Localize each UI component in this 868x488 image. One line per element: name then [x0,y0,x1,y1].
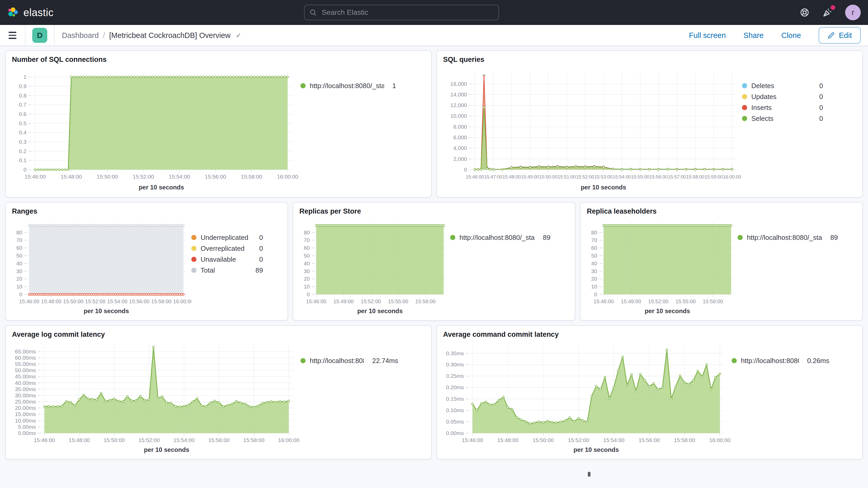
help-icon[interactable] [799,7,810,18]
legend-item[interactable]: http://localhost:8080/_stat...1 [301,80,396,91]
legend-item[interactable]: Overreplicated0 [191,243,263,254]
y-axis-tick-label: 0 [594,291,597,297]
chart-log-commit-latency[interactable]: 15:46:0015:48:0015:50:0015:52:0015:54:00… [7,340,301,455]
legend-item[interactable]: http://localhost:8080/_sta...89 [738,232,838,243]
x-axis-tick-label: 15:49:00 [334,299,354,304]
data-point-marker [182,293,184,295]
panel-sql-connections: Number of SQL connections 15:46:0015:48:… [5,51,432,197]
data-point-marker [263,76,265,78]
x-axis-tick-label: 16:00:00 [709,437,731,443]
y-axis-tick-label: 60 [304,245,310,251]
y-axis-tick-label: 20 [17,276,22,282]
x-axis-tick-label: 15:50:00 [539,174,557,180]
y-axis-tick-label: 40 [304,261,310,266]
data-point-marker [218,401,220,403]
data-point-marker [257,405,259,407]
data-point-marker [37,169,39,171]
x-axis-tick-label: 15:52:00 [133,174,154,180]
data-point-marker [120,293,122,295]
global-search[interactable] [304,5,499,20]
clone-button[interactable]: Clone [781,31,801,40]
legend-item[interactable]: Unavailable0 [191,254,263,265]
data-point-marker [502,169,503,171]
breadcrumb-dashboard[interactable]: Dashboard [62,31,99,40]
data-point-marker [675,385,677,387]
data-point-marker [710,389,712,390]
legend-item[interactable]: Updates0 [742,91,823,102]
data-point-marker [612,168,614,170]
data-point-marker [52,406,54,407]
x-axis-tick-label: 15:46:00 [34,437,55,443]
data-point-marker [575,166,577,167]
legend-label: Inserts [751,104,772,112]
data-point-marker [688,383,690,385]
elastic-logo[interactable]: elastic [0,7,54,19]
y-axis-tick-label: 0.5 [19,120,27,126]
legend-item[interactable]: Deletes0 [742,80,823,91]
data-point-marker [112,76,114,78]
data-point-marker [250,76,252,78]
data-point-marker [730,224,732,226]
data-point-marker [281,76,282,78]
data-point-marker [573,421,575,422]
x-axis-tick-label: 15:54:00 [169,174,190,180]
menu-icon[interactable] [0,25,25,46]
chart-canvas: 15:46:0015:48:0015:50:0015:52:0015:54:00… [7,216,191,316]
search-input[interactable] [321,8,493,17]
data-point-marker [64,169,66,171]
scrollbar-thumb[interactable] [588,472,590,477]
share-button[interactable]: Share [744,31,764,40]
saved-check-icon[interactable]: ✓ [235,31,241,39]
x-axis-title: per 10 seconds [357,307,403,314]
data-point-marker [153,346,154,348]
chart-legend: http://localhost:8080/_sta...89 [450,216,557,316]
data-point-marker [61,169,63,171]
legend-value: 0 [255,245,263,252]
data-point-marker [644,379,646,381]
series-color-dot [191,235,196,240]
data-point-marker [239,76,240,78]
legend-item[interactable]: Underreplicated0 [191,232,263,243]
series-area [35,77,287,170]
chart-command-commit-latency[interactable]: 15:46:0015:48:0015:50:0015:52:0015:54:00… [438,340,732,455]
dashboard-badge[interactable]: D [32,28,47,43]
full-screen-button[interactable]: Full screen [689,31,726,40]
data-point-marker [194,76,195,78]
y-axis-tick-label: 10 [304,283,310,289]
chart-ranges[interactable]: 15:46:0015:48:0015:50:0015:52:0015:54:00… [7,216,191,316]
x-axis-tick-label: 16:00:00 [277,174,298,180]
legend-item[interactable]: http://localhost:8080/_sta...89 [450,232,551,243]
x-axis-tick-label: 15:48:00 [502,174,521,180]
legend-item[interactable]: http://localhost:808...22.74ms [301,355,398,366]
data-point-marker [480,169,482,170]
legend-item[interactable]: Inserts0 [742,102,823,113]
y-axis-tick-label: 10.00ms [15,418,36,424]
legend-item[interactable]: Selects0 [742,113,823,124]
chart-replicas-per-store[interactable]: 15:46:0015:49:0015:52:0015:55:0015:58:00… [294,216,450,316]
data-point-marker [103,76,105,78]
data-point-marker [542,422,544,423]
user-avatar[interactable]: r [845,5,861,20]
chart-sql-queries[interactable]: 15:46:0015:47:0015:48:0015:49:0015:50:00… [438,65,742,192]
legend-label: Updates [751,93,777,101]
legend-item[interactable]: http://localhost:8080...0.26ms [732,355,829,366]
chart-replica-leaseholders[interactable]: 15:46:0015:49:0015:52:0015:55:0015:58:00… [582,216,738,316]
panel-title: Number of SQL connections [6,51,431,65]
data-point-marker [169,76,171,78]
data-point-marker [40,169,42,171]
data-point-marker [209,76,210,78]
y-axis-tick-label: 0 [23,166,27,173]
newsfeed-icon[interactable] [822,7,833,18]
x-axis-tick-label: 15:46:00 [306,299,327,304]
data-point-marker [43,224,45,226]
panel-replicas-per-store: Replicas per Store 15:46:0015:49:0015:52… [292,202,576,321]
edit-button[interactable]: Edit [818,27,861,44]
data-point-marker [657,169,659,170]
y-axis-tick-label: 0.10ms [446,407,464,413]
legend-label: http://localhost:8080... [741,357,799,365]
legend-value: 0 [815,115,823,123]
x-axis-tick-label: 15:46:00 [462,437,483,443]
legend-item[interactable]: Total89 [191,265,263,276]
chart-sql-connections[interactable]: 15:46:0015:48:0015:50:0015:52:0015:54:00… [7,65,301,192]
legend-label: http://localhost:8080/_sta... [747,234,822,242]
